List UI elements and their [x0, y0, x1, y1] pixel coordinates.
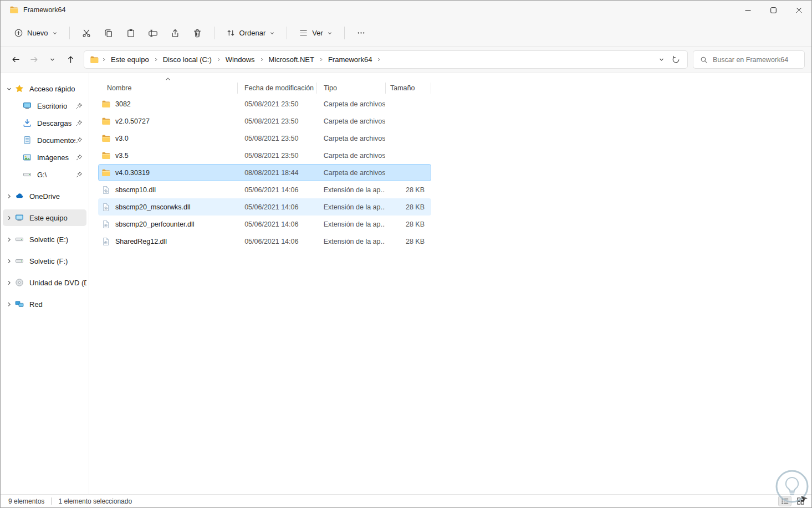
forward-button[interactable]	[25, 52, 42, 68]
chevron-right-icon[interactable]	[3, 301, 15, 307]
more-options-button[interactable]	[351, 24, 372, 43]
file-date: 05/06/2021 14:06	[238, 220, 317, 228]
chevron-right-icon	[216, 57, 221, 62]
sidebar-item-solvetic-f[interactable]: Solvetic (F:)	[3, 253, 86, 269]
address-dropdown-button[interactable]	[654, 53, 668, 67]
sidebar-item-onedrive[interactable]: OneDrive	[3, 188, 86, 204]
column-header-type[interactable]: Tipo	[317, 83, 386, 94]
sidebar-item-solvetic-e[interactable]: Solvetic (E:)	[3, 231, 86, 248]
file-size: 28 KB	[385, 186, 431, 194]
search-placeholder: Buscar en Framework64	[713, 56, 788, 64]
selection-count: 1 elemento seleccionado	[58, 497, 132, 505]
file-list-body: 3082 05/08/2021 23:50 Carpeta de archivo…	[98, 95, 811, 250]
folder-icon	[101, 117, 110, 126]
status-bar: 9 elementos 1 elemento seleccionado	[1, 494, 811, 507]
details-view-button[interactable]	[778, 496, 791, 506]
sidebar-item-documents[interactable]: Documentos	[3, 132, 86, 148]
toolbar-separator	[287, 27, 287, 39]
monitor-icon	[23, 101, 32, 111]
file-type: Carpeta de archivos	[317, 100, 386, 108]
address-bar[interactable]: Este equipo Disco local (C:) Windows Mic…	[84, 50, 688, 69]
chevron-right-icon[interactable]	[3, 193, 15, 199]
breadcrumb-item[interactable]: Microsoft.NET	[265, 53, 318, 66]
breadcrumb-item[interactable]: Windows	[222, 53, 259, 66]
share-button[interactable]	[165, 24, 186, 43]
breadcrumb-item[interactable]: Disco local (C:)	[159, 53, 216, 66]
breadcrumb-item[interactable]: Este equipo	[107, 53, 153, 66]
file-row[interactable]: sbscmp20_mscorwks.dll 05/06/2021 14:06 E…	[98, 198, 431, 215]
view-button[interactable]: Ver	[293, 24, 338, 42]
sidebar-item-label: Solvetic (E:)	[29, 235, 68, 244]
sidebar-item-label: Este equipo	[29, 214, 68, 222]
view-list-icon	[299, 28, 308, 38]
column-header-label: Tamaño	[390, 84, 415, 92]
window-title: Framework64	[23, 6, 65, 14]
toolbar-separator	[69, 27, 70, 39]
toolbar-separator	[214, 27, 215, 39]
drive-icon	[15, 256, 24, 266]
sort-arrows-icon	[226, 28, 236, 38]
file-name: v3.5	[115, 152, 129, 160]
column-header-size[interactable]: Tamaño	[386, 83, 431, 94]
file-type: Extensión de la ap...	[317, 238, 386, 245]
chevron-right-icon[interactable]	[3, 237, 15, 243]
file-date: 05/08/2021 23:50	[238, 135, 317, 142]
up-button[interactable]	[62, 52, 79, 68]
sidebar-item-label: Unidad de DVD (D:)	[29, 279, 86, 287]
file-name: v4.0.30319	[115, 169, 150, 177]
sidebar-item-network[interactable]: Red	[3, 296, 86, 312]
file-name-cell: SharedReg12.dll	[99, 237, 238, 246]
cut-button[interactable]	[76, 24, 97, 43]
file-row[interactable]: v3.0 05/08/2021 23:50 Carpeta de archivo…	[98, 130, 431, 147]
rename-button[interactable]	[142, 24, 164, 43]
file-name: 3082	[115, 100, 131, 108]
recent-locations-button[interactable]	[44, 52, 60, 68]
file-name: sbscmp10.dll	[115, 186, 156, 194]
chevron-right-icon[interactable]	[3, 258, 15, 264]
sidebar-item-pictures[interactable]: Imágenes	[3, 149, 86, 166]
column-header-date[interactable]: Fecha de modificación	[238, 83, 317, 94]
sidebar-item-quick-access[interactable]: Acceso rápido	[3, 80, 86, 97]
dll-file-icon	[101, 203, 110, 212]
maximize-button[interactable]	[760, 1, 786, 19]
chevron-down-icon[interactable]	[3, 86, 15, 92]
file-row[interactable]: 3082 05/08/2021 23:50 Carpeta de archivo…	[98, 95, 431, 112]
file-row[interactable]: SharedReg12.dll 05/06/2021 14:06 Extensi…	[98, 233, 431, 250]
toolbar: Nuevo	[1, 19, 811, 47]
folder-icon	[101, 151, 110, 160]
dll-file-icon	[101, 220, 110, 229]
column-header-name[interactable]: Nombre	[98, 83, 238, 94]
breadcrumb-item[interactable]: Framework64	[324, 53, 376, 66]
search-box[interactable]: Buscar en Framework64	[693, 50, 805, 69]
sidebar-item-label: Descargas	[37, 119, 72, 127]
new-button[interactable]: Nuevo	[8, 24, 63, 42]
paste-button[interactable]	[120, 24, 141, 43]
file-name-cell: v2.0.50727	[99, 117, 238, 126]
file-row[interactable]: sbscmp20_perfcounter.dll 05/06/2021 14:0…	[98, 215, 431, 233]
sidebar-item-desktop[interactable]: Escritorio	[3, 98, 86, 114]
copy-button[interactable]	[98, 24, 119, 43]
sidebar-item-label: OneDrive	[29, 192, 60, 201]
minimize-button[interactable]	[735, 1, 760, 19]
file-type: Carpeta de archivos	[317, 117, 386, 125]
back-button[interactable]	[7, 52, 24, 68]
sidebar-item-this-pc[interactable]: Este equipo	[3, 209, 86, 226]
large-icons-view-button[interactable]	[794, 496, 807, 506]
close-button[interactable]	[786, 1, 811, 19]
sidebar-item-label: Escritorio	[37, 102, 67, 110]
file-type: Carpeta de archivos	[317, 135, 386, 142]
file-row[interactable]: v4.0.30319 08/08/2021 18:44 Carpeta de a…	[98, 164, 431, 181]
sidebar-item-dvd-drive[interactable]: Unidad de DVD (D:)	[3, 274, 86, 291]
refresh-button[interactable]	[668, 53, 683, 67]
sidebar-item-downloads[interactable]: Descargas	[3, 115, 86, 131]
sidebar-item-g-drive[interactable]: G:\	[3, 166, 86, 183]
file-row[interactable]: v3.5 05/08/2021 23:50 Carpeta de archivo…	[98, 147, 431, 164]
chevron-right-icon[interactable]	[3, 280, 15, 286]
sort-button[interactable]: Ordenar	[221, 24, 281, 42]
file-list-area: Nombre Fecha de modificación Tipo Tamaño	[89, 73, 811, 494]
file-row[interactable]: sbscmp10.dll 05/06/2021 14:06 Extensión …	[98, 181, 431, 198]
chevron-right-icon[interactable]	[3, 215, 15, 221]
column-header-label: Nombre	[107, 84, 131, 92]
delete-button[interactable]	[187, 24, 208, 43]
file-row[interactable]: v2.0.50727 05/08/2021 23:50 Carpeta de a…	[98, 112, 431, 130]
